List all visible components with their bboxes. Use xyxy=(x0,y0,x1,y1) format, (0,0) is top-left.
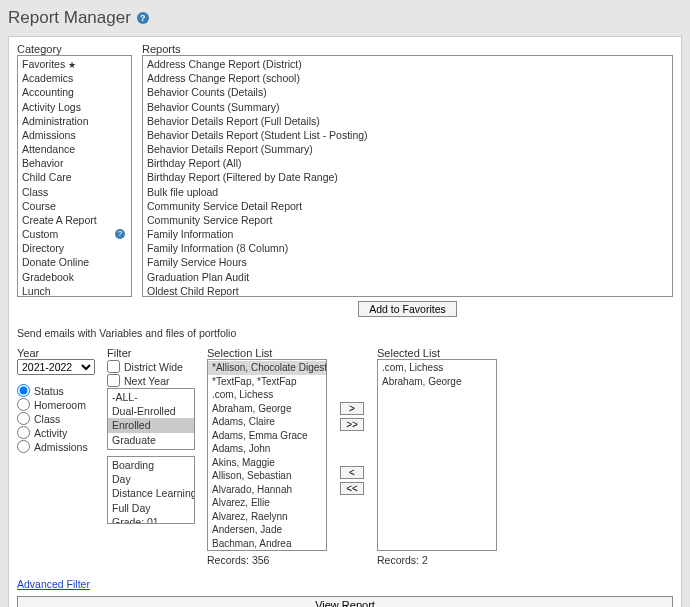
radio-status-input[interactable] xyxy=(17,384,30,397)
radio-admissions[interactable]: Admissions xyxy=(17,440,97,453)
selected-report-subtitle: Send emails with Variables and files of … xyxy=(17,327,673,339)
advanced-filter-link[interactable]: Advanced Filter xyxy=(17,578,90,590)
filter-status-item[interactable]: Dual-Enrolled xyxy=(108,404,194,418)
report-item[interactable]: Behavior Details Report (Student List - … xyxy=(143,128,672,142)
selected-listbox[interactable]: .com, LichessAbraham, George xyxy=(377,359,497,551)
selection-item[interactable]: Bachman, Andrea xyxy=(208,537,326,551)
selected-records: Records: 2 xyxy=(377,554,497,566)
category-item[interactable]: Class xyxy=(18,185,131,199)
selection-item[interactable]: Allison, Sebastian xyxy=(208,469,326,483)
report-item[interactable]: Oldest Child Report xyxy=(143,284,672,297)
filter-label: Filter xyxy=(107,347,197,359)
filter-status-item[interactable]: -ALL- xyxy=(108,390,194,404)
category-item[interactable]: Attendance xyxy=(18,142,131,156)
check-next-year-input[interactable] xyxy=(107,374,120,387)
help-icon[interactable]: ? xyxy=(137,12,149,24)
selection-records: Records: 356 xyxy=(207,554,327,566)
reports-listbox[interactable]: Address Change Report (District)Address … xyxy=(142,55,673,297)
category-item[interactable]: Create A Report xyxy=(18,213,131,227)
selection-list-label: Selection List xyxy=(207,347,327,359)
move-all-left-button[interactable]: << xyxy=(340,482,364,495)
check-district-wide[interactable]: District Wide xyxy=(107,360,197,373)
category-label: Category xyxy=(17,43,132,55)
check-district-wide-input[interactable] xyxy=(107,360,120,373)
category-item[interactable]: Lunch xyxy=(18,284,131,297)
category-item[interactable]: Course xyxy=(18,199,131,213)
category-item[interactable]: Admissions xyxy=(18,128,131,142)
report-item[interactable]: Family Service Hours xyxy=(143,255,672,269)
filter-status-listbox[interactable]: -ALL-Dual-EnrolledEnrolledGraduateInacti… xyxy=(107,388,195,450)
category-item[interactable]: Behavior xyxy=(18,156,131,170)
report-item[interactable]: Birthday Report (All) xyxy=(143,156,672,170)
category-item[interactable]: Accounting xyxy=(18,85,131,99)
radio-class[interactable]: Class xyxy=(17,412,97,425)
report-item[interactable]: Behavior Counts (Details) xyxy=(143,85,672,99)
category-item[interactable]: Directory xyxy=(18,241,131,255)
filter-status-item[interactable]: Graduate xyxy=(108,433,194,447)
category-item[interactable]: Academics xyxy=(18,71,131,85)
selected-item[interactable]: .com, Lichess xyxy=(378,361,496,375)
report-item[interactable]: Behavior Details Report (Summary) xyxy=(143,142,672,156)
radio-status[interactable]: Status xyxy=(17,384,97,397)
selection-item[interactable]: Bachman, Kayla xyxy=(208,550,326,551)
filter-grade-item[interactable]: Full Day xyxy=(108,501,194,515)
radio-homeroom-input[interactable] xyxy=(17,398,30,411)
selection-item[interactable]: Alvarez, Raelynn xyxy=(208,510,326,524)
report-item[interactable]: Community Service Detail Report xyxy=(143,199,672,213)
radio-homeroom[interactable]: Homeroom xyxy=(17,398,97,411)
move-right-button[interactable]: > xyxy=(340,402,364,415)
year-label: Year xyxy=(17,347,97,359)
check-next-year[interactable]: Next Year xyxy=(107,374,197,387)
selection-item[interactable]: Adams, Claire xyxy=(208,415,326,429)
report-item[interactable]: Graduation Plan Audit xyxy=(143,270,672,284)
category-item[interactable]: Activity Logs xyxy=(18,100,131,114)
selection-item[interactable]: Akins, Maggie xyxy=(208,456,326,470)
report-item[interactable]: Address Change Report (school) xyxy=(143,71,672,85)
filter-status-item[interactable]: Inactive xyxy=(108,447,194,450)
category-item[interactable]: Child Care xyxy=(18,170,131,184)
selection-item[interactable]: *TextFap, *TextFap xyxy=(208,375,326,389)
selection-item[interactable]: Adams, John xyxy=(208,442,326,456)
radio-activity[interactable]: Activity xyxy=(17,426,97,439)
report-item[interactable]: Behavior Counts (Summary) xyxy=(143,100,672,114)
report-item[interactable]: Family Information (8 Column) xyxy=(143,241,672,255)
report-item[interactable]: Address Change Report (District) xyxy=(143,57,672,71)
move-all-right-button[interactable]: >> xyxy=(340,418,364,431)
info-icon[interactable]: ? xyxy=(115,229,125,239)
filter-grade-listbox[interactable]: BoardingDayDistance LearningFull DayGrad… xyxy=(107,456,195,524)
radio-class-input[interactable] xyxy=(17,412,30,425)
selection-item[interactable]: *Allison, Chocolate Digestive xyxy=(208,361,326,375)
report-item[interactable]: Birthday Report (Filtered by Date Range) xyxy=(143,170,672,184)
category-item[interactable]: Favorites xyxy=(18,57,131,71)
report-item[interactable]: Behavior Details Report (Full Details) xyxy=(143,114,672,128)
report-item[interactable]: Community Service Report xyxy=(143,213,672,227)
category-item[interactable]: Administration xyxy=(18,114,131,128)
selection-item[interactable]: Alvarez, Ellie xyxy=(208,496,326,510)
view-report-button[interactable]: View Report xyxy=(17,596,673,607)
filter-grade-item[interactable]: Grade: 01 xyxy=(108,515,194,524)
main-panel: Category FavoritesAcademicsAccountingAct… xyxy=(8,36,682,607)
filter-grade-item[interactable]: Boarding xyxy=(108,458,194,472)
add-to-favorites-button[interactable]: Add to Favorites xyxy=(358,301,456,317)
filter-grade-item[interactable]: Day xyxy=(108,472,194,486)
page-title: Report Manager ? xyxy=(8,8,682,28)
category-item[interactable]: Gradebook xyxy=(18,270,131,284)
selection-item[interactable]: Abraham, George xyxy=(208,402,326,416)
report-item[interactable]: Family Information xyxy=(143,227,672,241)
selection-item[interactable]: Alvarado, Hannah xyxy=(208,483,326,497)
category-item[interactable]: Donate Online xyxy=(18,255,131,269)
radio-admissions-input[interactable] xyxy=(17,440,30,453)
radio-activity-input[interactable] xyxy=(17,426,30,439)
selection-item[interactable]: Adams, Emma Grace xyxy=(208,429,326,443)
selection-item[interactable]: Andersen, Jade xyxy=(208,523,326,537)
category-listbox[interactable]: FavoritesAcademicsAccountingActivity Log… xyxy=(17,55,132,297)
move-left-button[interactable]: < xyxy=(340,466,364,479)
filter-grade-item[interactable]: Distance Learning xyxy=(108,486,194,500)
category-item[interactable]: Custom? xyxy=(18,227,131,241)
year-select[interactable]: 2021-2022 xyxy=(17,359,95,375)
selection-listbox[interactable]: *Allison, Chocolate Digestive*TextFap, *… xyxy=(207,359,327,551)
selected-item[interactable]: Abraham, George xyxy=(378,375,496,389)
filter-status-item[interactable]: Enrolled xyxy=(108,418,194,432)
selection-item[interactable]: .com, Lichess xyxy=(208,388,326,402)
report-item[interactable]: Bulk file upload xyxy=(143,185,672,199)
